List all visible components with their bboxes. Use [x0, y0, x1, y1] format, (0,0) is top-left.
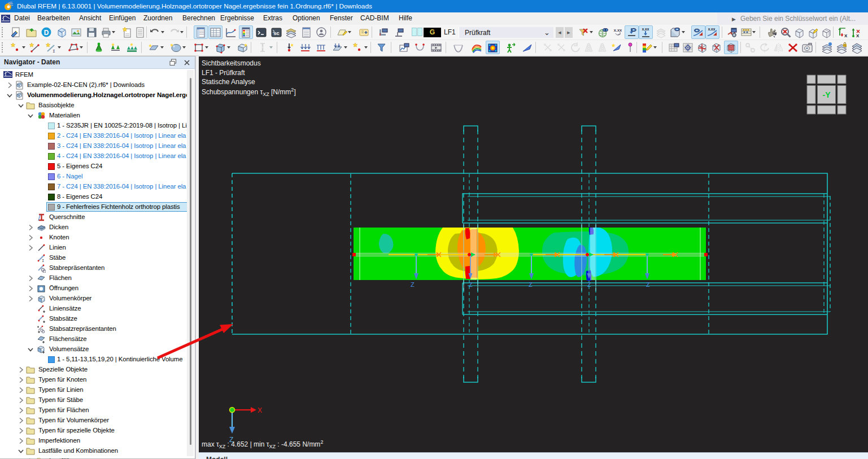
svg-text:X: X	[844, 33, 848, 38]
svg-text:X: X	[258, 406, 262, 414]
svg-text:Z: Z	[469, 281, 473, 288]
svg-text:x.xx: x.xx	[642, 27, 649, 31]
svg-text:x.xx: x.xx	[614, 28, 622, 33]
svg-text:I: I	[42, 259, 44, 263]
svg-text:x.xx: x.xx	[708, 27, 716, 31]
svg-text:I: I	[53, 49, 55, 54]
svg-text:Z: Z	[646, 281, 650, 288]
svg-text:X: X	[856, 33, 860, 38]
svg-text:-Y: -Y	[823, 90, 831, 99]
svg-text:Z: Z	[529, 281, 533, 288]
svg-text:Z: Z	[411, 281, 415, 288]
svg-text:D: D	[44, 28, 49, 36]
svg-text:Z: Z	[587, 281, 591, 288]
